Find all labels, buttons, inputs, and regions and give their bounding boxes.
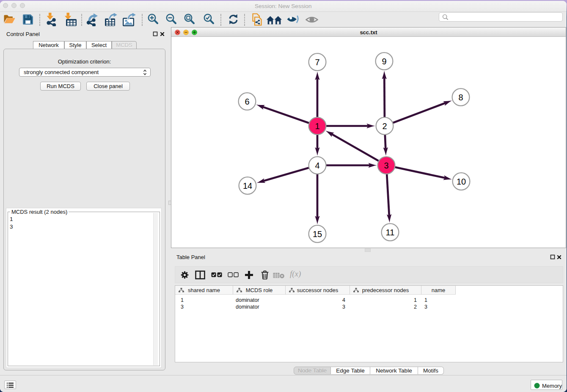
svg-text:9: 9 [382,57,386,66]
svg-text:4: 4 [315,161,319,170]
svg-text:6: 6 [245,97,249,106]
svg-text:10: 10 [457,177,466,186]
svg-text:2: 2 [382,121,387,131]
svg-text:7: 7 [315,58,319,67]
svg-text:1: 1 [315,121,319,131]
svg-text:14: 14 [243,181,252,190]
svg-text:8: 8 [458,93,463,102]
svg-text:15: 15 [313,229,322,239]
svg-text:11: 11 [386,228,395,237]
svg-text:3: 3 [384,161,388,170]
